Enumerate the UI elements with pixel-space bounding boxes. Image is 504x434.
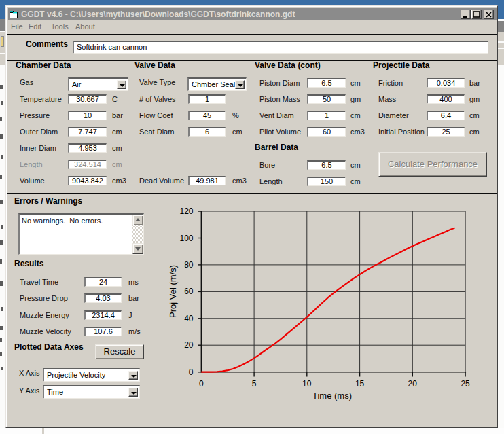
svg-text:0: 0 xyxy=(189,367,194,377)
svg-text:40: 40 xyxy=(184,314,194,323)
svg-text:Time (ms): Time (ms) xyxy=(312,391,352,401)
svg-text:120: 120 xyxy=(179,206,193,216)
svg-text:60: 60 xyxy=(184,287,194,296)
svg-text:15: 15 xyxy=(355,379,365,388)
svg-text:100: 100 xyxy=(179,234,193,243)
svg-text:20: 20 xyxy=(408,379,418,388)
svg-text:25: 25 xyxy=(461,379,470,388)
svg-text:5: 5 xyxy=(252,379,257,388)
svg-text:0: 0 xyxy=(199,379,204,388)
svg-text:Proj Vel (m/s): Proj Vel (m/s) xyxy=(168,265,178,318)
svg-text:20: 20 xyxy=(184,340,194,350)
svg-text:80: 80 xyxy=(184,260,194,270)
svg-text:10: 10 xyxy=(302,379,312,388)
